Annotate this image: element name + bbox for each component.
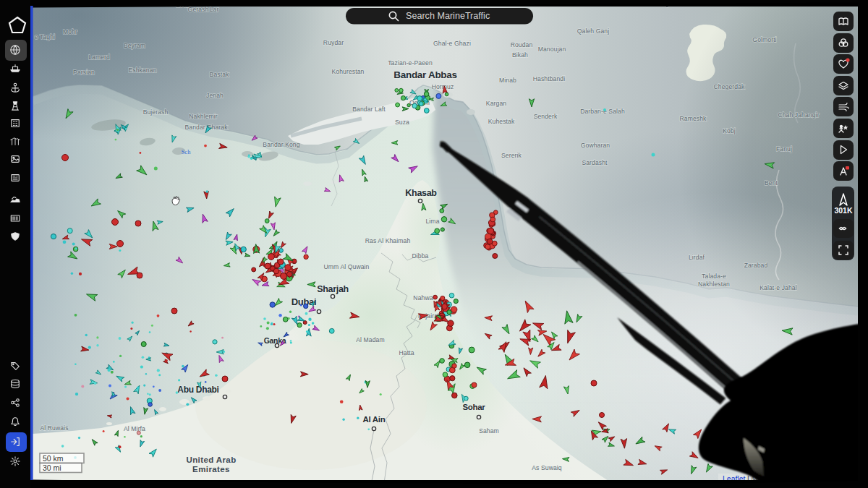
svg-text:Bandar Laft: Bandar Laft [352,106,386,113]
svg-text:Saham: Saham [479,427,499,435]
svg-text:Sardasht: Sardasht [582,159,608,166]
svg-text:Sererik: Sererik [501,152,522,159]
svg-text:30 mi: 30 mi [43,463,61,472]
svg-text:Minab: Minab [499,77,516,84]
svg-text:Kohurestan: Kohurestan [332,68,365,75]
svg-text:Darban-e Salah: Darban-e Salah [580,108,625,115]
svg-text:Gowharan: Gowharan [581,142,610,149]
svg-text:Abu Dhabi: Abu Dhabi [177,385,218,395]
svg-text:Talada-e: Talada-e [702,273,726,280]
svg-text:Khasab: Khasab [405,188,437,198]
svg-text:Nakhlestan: Nakhlestan [698,281,730,288]
svg-text:Gerash: Gerash [188,6,209,13]
svg-text:Al Mirfa: Al Mirfa [124,425,145,432]
svg-text:Lirdaf: Lirdaf [689,254,705,261]
svg-text:Parsian: Parsian [73,69,95,76]
svg-text:Kargan: Kargan [486,100,506,107]
svg-text:Bikah: Bikah [512,51,528,59]
svg-text:Mohr: Mohr [63,28,77,35]
svg-text:Manoujan: Manoujan [538,46,566,53]
svg-text:Chah Jahangir: Chah Jahangir [778,111,819,119]
svg-text:Lima: Lima [425,218,439,225]
svg-text:Sharjah: Sharjah [317,284,349,294]
svg-text:Umm Al Quwain: Umm Al Quwain [324,263,370,270]
svg-text:Zarabad: Zarabad [744,262,768,269]
svg-text:Fanuj: Fanuj [776,145,792,153]
svg-text:Bastak: Bastak [210,71,229,78]
svg-text:Al Ruwais: Al Ruwais [40,424,68,432]
svg-text:Lamerd: Lamerd [88,53,110,61]
svg-text:50 km: 50 km [43,454,64,463]
svg-text:Sch: Sch [182,148,192,155]
svg-text:Bandar Abbas: Bandar Abbas [393,69,456,80]
svg-text:Tazian-e-Paeen: Tazian-e-Paeen [388,59,433,67]
svg-text:Hashtbandi: Hashtbandi [533,75,565,82]
svg-text:Roudan: Roudan [511,41,533,48]
svg-text:Bandar Kong: Bandar Kong [263,141,299,148]
svg-text:As Suwaiq: As Suwaiq [532,464,562,471]
svg-text:Ruydar: Ruydar [323,39,344,46]
svg-text:Eshkanan: Eshkanan [128,67,156,74]
svg-text:Lar: Lar [210,6,219,13]
svg-text:Suza: Suza [395,119,409,126]
svg-text:Kobj: Kobj [723,127,736,134]
svg-text:Hormuz: Hormuz [432,83,454,90]
svg-text:Senderk: Senderk [534,113,558,120]
svg-text:e Taghi: e Taghi [35,33,55,40]
svg-text:Bujerash: Bujerash [143,108,169,116]
svg-text:United Arab: United Arab [186,455,236,464]
svg-text:Bent: Bent [765,179,778,187]
svg-text:Ghal-e Ghazi: Ghal-e Ghazi [433,40,471,47]
svg-text:Nakhlemir: Nakhlemir [189,113,218,120]
svg-text:Rameshk: Rameshk [680,115,707,122]
svg-text:Beyram: Beyram [124,42,145,49]
svg-text:Jenah: Jenah [206,92,224,99]
svg-text:Ras Al Khaimah: Ras Al Khaimah [365,237,411,244]
svg-text:Kalat-e Jahal: Kalat-e Jahal [760,284,796,291]
svg-text:Chegerdak: Chegerdak [714,83,746,90]
svg-text:Al Madam: Al Madam [356,336,385,343]
svg-text:Emirates: Emirates [192,465,230,474]
svg-text:301K: 301K [834,206,853,215]
svg-text:Search MarineTraffic: Search MarineTraffic [406,11,490,21]
svg-text:Nahwa: Nahwa [413,294,433,301]
svg-text:Sohar: Sohar [462,403,485,411]
svg-text:Dibba: Dibba [412,252,429,260]
svg-text:Kuhestak: Kuhestak [488,118,515,125]
svg-text:Al Ain: Al Ain [363,415,386,424]
svg-text:Qaleh Ganj: Qaleh Ganj [577,27,609,35]
svg-text:Golmorti: Golmorti [752,36,776,43]
svg-text:Hatta: Hatta [399,349,414,356]
